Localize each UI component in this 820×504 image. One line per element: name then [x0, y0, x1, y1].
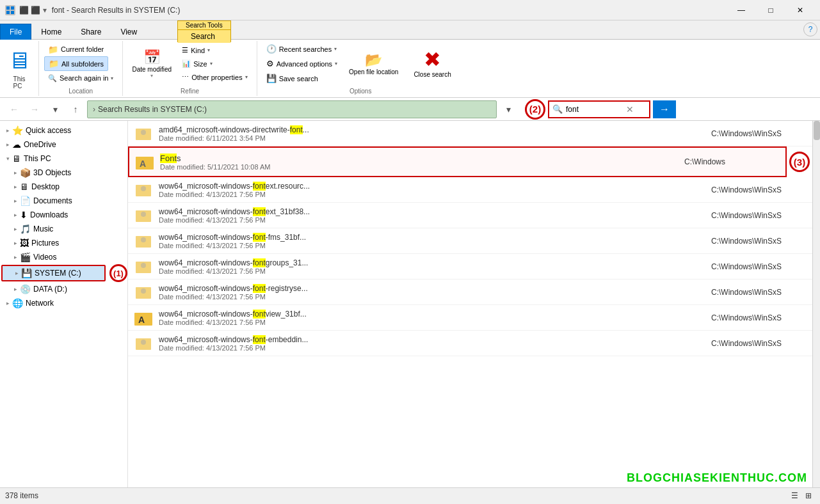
- forward-button[interactable]: →: [26, 100, 44, 118]
- search-input[interactable]: [566, 105, 623, 114]
- address-bar: ← → ▾ ↑ › Search Results in SYSTEM (C:) …: [0, 98, 820, 121]
- tab-home[interactable]: Home: [31, 24, 71, 40]
- sidebar-system-c-row: ▸ 💾 SYSTEM (C:) (1): [0, 264, 127, 282]
- close-x-icon: ✖: [424, 49, 441, 70]
- maximize-button[interactable]: □: [756, 0, 785, 20]
- svg-point-13: [141, 237, 146, 242]
- file-location: C:\Windows\WinSxS: [711, 262, 807, 271]
- file-date: Date modified: 4/13/2021 7:56 PM: [159, 191, 711, 198]
- quick-access-icons: ⬛ ⬛ ▾: [19, 6, 47, 15]
- view-buttons: ☰ ⊞: [788, 489, 815, 502]
- svg-point-9: [141, 186, 146, 191]
- search-icon: 🔍: [549, 104, 566, 114]
- annotation-1: (1): [109, 264, 127, 282]
- tab-share[interactable]: Share: [71, 24, 111, 40]
- date-modified-btn[interactable]: 📅 Date modified ▾: [128, 42, 175, 85]
- file-info: wow64_microsoft-windows-font-fms_31bf...…: [159, 233, 711, 249]
- file-location: C:\Windows\WinSxS: [711, 313, 807, 322]
- file-icon: [133, 333, 154, 354]
- file-location: C:\Windows\WinSxS: [711, 288, 807, 297]
- sidebar-item-onedrive[interactable]: ▸ ☁ OneDrive: [1, 138, 126, 152]
- file-list: amd64_microsoft-windows-directwrite-font…: [128, 121, 820, 356]
- close-search-btn[interactable]: ✖ Close search: [406, 42, 458, 85]
- sidebar-item-data-d[interactable]: ▸ 💿 DATA (D:): [1, 282, 126, 296]
- sidebar-item-desktop[interactable]: ▸ 🖥 Desktop: [1, 180, 126, 194]
- file-icon: [133, 123, 154, 144]
- sidebar-item-system-c[interactable]: ▸ 💾 SYSTEM (C:): [1, 265, 106, 281]
- size-btn[interactable]: 📊 Size ▾: [178, 58, 251, 70]
- open-file-location-btn[interactable]: 📂 Open file location: [344, 42, 403, 85]
- tab-search[interactable]: Search: [178, 30, 230, 43]
- file-icon: [133, 231, 154, 251]
- sidebar-item-this-pc[interactable]: ▾ 🖥 This PC: [1, 152, 126, 166]
- svg-point-17: [141, 288, 146, 294]
- svg-point-21: [141, 340, 146, 345]
- file-location: C:\Windows\WinSxS: [711, 211, 807, 220]
- file-location: C:\Windows: [684, 157, 780, 166]
- kind-btn[interactable]: ☰ Kind ▾: [178, 44, 251, 56]
- scrollbar-thumb[interactable]: [814, 121, 820, 140]
- file-date: Date modified: 4/13/2021 7:56 PM: [159, 267, 711, 275]
- title-bar-icons: ⬛ ⬛ ▾: [5, 5, 47, 15]
- sidebar-item-pictures[interactable]: ▸ 🖼 Pictures: [1, 236, 126, 250]
- tab-file[interactable]: File: [0, 24, 31, 40]
- search-go-button[interactable]: →: [653, 100, 676, 118]
- search-again-btn[interactable]: 🔍 Search again in ▾: [44, 72, 117, 84]
- close-button[interactable]: ✕: [785, 0, 815, 20]
- this-pc-label: ThisPC: [13, 75, 26, 90]
- large-icons-view-button[interactable]: ⊞: [802, 489, 815, 502]
- file-item[interactable]: amd64_microsoft-windows-directwrite-font…: [128, 121, 812, 146]
- item-count: 378 items: [5, 491, 38, 500]
- file-name: wow64_microsoft-windows-fontgroups_31...: [159, 258, 711, 267]
- sidebar-item-downloads[interactable]: ▸ ⬇ Downloads: [1, 208, 126, 222]
- file-item[interactable]: wow64_microsoft-windows-fontext.resourc.…: [128, 177, 812, 203]
- watermark: BLOGCHIASEKIENTHUC.COM: [627, 471, 807, 485]
- advanced-options-btn[interactable]: ⚙ Advanced options ▾: [262, 57, 341, 70]
- minimize-button[interactable]: —: [727, 0, 756, 20]
- recent-locations-button[interactable]: ▾: [46, 100, 64, 118]
- file-date: Date modified: 4/13/2021 7:56 PM: [159, 344, 711, 352]
- details-view-button[interactable]: ☰: [788, 489, 801, 502]
- sidebar-item-videos[interactable]: ▸ 🎬 Videos: [1, 250, 126, 264]
- sidebar-item-3d-objects[interactable]: ▸ 📦 3D Objects: [1, 166, 126, 180]
- ribbon: 🖥 ThisPC 📁 Current folder 📁 All subfolde…: [0, 40, 820, 98]
- sidebar-item-documents[interactable]: ▸ 📄 Documents: [1, 194, 126, 208]
- window-controls: — □ ✕: [727, 0, 815, 20]
- window-title: font - Search Results in SYSTEM (C:): [52, 6, 727, 15]
- address-path[interactable]: › Search Results in SYSTEM (C:): [87, 100, 497, 118]
- tab-view[interactable]: View: [111, 24, 147, 40]
- svg-text:A: A: [138, 315, 145, 325]
- ribbon-row-1: 📁 Current folder: [44, 42, 108, 56]
- file-item[interactable]: wow64_microsoft-windows-fontgroups_31...…: [128, 254, 812, 280]
- file-item[interactable]: wow64_microsoft-windows-font-registryse.…: [128, 280, 812, 305]
- file-info: wow64_microsoft-windows-font-registryse.…: [159, 284, 711, 301]
- help-icon[interactable]: ?: [803, 22, 817, 36]
- back-button[interactable]: ←: [5, 100, 23, 118]
- address-dropdown-button[interactable]: ▾: [499, 100, 517, 118]
- annotation-2: (2): [525, 99, 545, 120]
- file-item[interactable]: A wow64_microsoft-windows-fontview_31bf.…: [128, 305, 812, 331]
- file-info: Fonts Date modified: 5/11/2021 10:08 AM: [160, 154, 684, 171]
- sidebar-item-network[interactable]: ▸ 🌐 Network: [1, 296, 126, 310]
- file-item-fonts[interactable]: A Fonts Date modified: 5/11/2021 10:08 A…: [128, 146, 787, 177]
- sidebar-item-music[interactable]: ▸ 🎵 Music: [1, 222, 126, 236]
- search-clear-icon[interactable]: ✕: [623, 104, 636, 114]
- this-pc-icon: 🖥: [8, 47, 31, 74]
- file-item[interactable]: wow64_microsoft-windows-fontext_31bf38..…: [128, 203, 812, 228]
- file-name: wow64_microsoft-windows-font-registryse.…: [159, 284, 711, 293]
- fonts-item-row: A Fonts Date modified: 5/11/2021 10:08 A…: [128, 146, 812, 177]
- scrollbar[interactable]: [812, 121, 820, 487]
- recent-searches-btn[interactable]: 🕐 Recent searches ▾: [262, 42, 341, 56]
- options-label: Options: [262, 85, 459, 95]
- file-location: C:\Windows\WinSxS: [711, 185, 807, 194]
- other-properties-btn[interactable]: ⋯ Other properties ▾: [178, 71, 251, 83]
- save-search-btn[interactable]: 💾 Save search: [262, 72, 341, 85]
- file-item[interactable]: wow64_microsoft-windows-font-embeddin...…: [128, 331, 812, 356]
- file-name: amd64_microsoft-windows-directwrite-font…: [159, 125, 711, 134]
- sidebar-item-quick-access[interactable]: ▸ ⭐ Quick access: [1, 123, 126, 138]
- file-item[interactable]: wow64_microsoft-windows-font-fms_31bf...…: [128, 228, 812, 254]
- up-button[interactable]: ↑: [67, 100, 84, 118]
- current-folder-btn[interactable]: 📁 Current folder: [44, 43, 108, 56]
- svg-rect-2: [6, 11, 10, 14]
- all-subfolders-btn[interactable]: 📁 All subfolders: [44, 56, 108, 71]
